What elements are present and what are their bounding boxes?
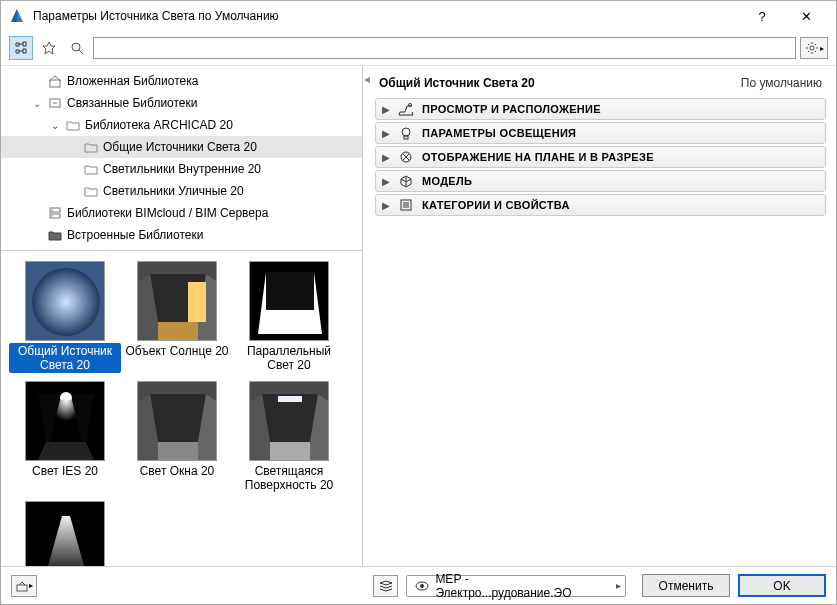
selected-object-title: Общий Источник Света 20 (379, 76, 741, 90)
tree-item[interactable]: Библиотеки BIMcloud / BIM Сервера (1, 202, 362, 224)
tree-view-button[interactable] (9, 36, 33, 60)
search-button[interactable] (65, 36, 89, 60)
thumbnail-gallery: Общий Источник Света 20 Объект Солнце 20… (1, 251, 362, 566)
triangle-icon: ▶ (382, 104, 390, 115)
svg-point-44 (402, 128, 410, 136)
thumbnail-label: Объект Солнце 20 (122, 343, 233, 371)
default-label: По умолчанию (741, 76, 822, 90)
accordion-label: МОДЕЛЬ (422, 175, 472, 187)
tree-item[interactable]: ⌄ Библиотека ARCHICAD 20 (1, 114, 362, 136)
svg-point-55 (420, 584, 424, 588)
cancel-button[interactable]: Отменить (642, 574, 730, 597)
library-tree: Вложенная Библиотека ⌄ Связанные Библиот… (1, 66, 362, 251)
svg-marker-2 (43, 42, 55, 54)
thumbnail-label: Свет Окна 20 (136, 463, 219, 491)
folder-dark-icon (47, 227, 63, 243)
triangle-icon: ▶ (382, 152, 390, 163)
tree-item[interactable]: Вложенная Библиотека (1, 70, 362, 92)
window-title: Параметры Источника Света по Умолчанию (33, 9, 740, 23)
thumbnail-label: Свет IES 20 (28, 463, 102, 491)
triangle-icon: ▶ (382, 200, 390, 211)
footer: ▸ МЕР - Электро...рудование.ЭО Отменить … (1, 566, 836, 604)
svg-line-4 (79, 50, 83, 54)
svg-point-10 (51, 209, 53, 211)
accordion-section[interactable]: ▶ ПРОСМОТР И РАСПОЛОЖЕНИЕ (375, 98, 826, 120)
thumbnail-item[interactable]: Объект Солнце 20 (121, 261, 233, 373)
home-icon (47, 73, 63, 89)
svg-point-43 (409, 104, 412, 107)
tree-item-label: Библиотека ARCHICAD 20 (85, 118, 233, 132)
preview-icon (398, 101, 414, 117)
tree-item-label: Светильники Внутренние 20 (103, 162, 261, 176)
svg-point-5 (810, 46, 814, 50)
svg-marker-33 (158, 442, 198, 461)
svg-point-13 (32, 268, 100, 336)
toolbar: ▸ (1, 31, 836, 66)
layer-icon-button[interactable] (373, 575, 399, 597)
accordion-section[interactable]: ▶ ОТОБРАЖЕНИЕ НА ПЛАНЕ И В РАЗРЕЗЕ (375, 146, 826, 168)
triangle-icon: ▶ (382, 176, 390, 187)
thumbnail-image (249, 381, 329, 461)
svg-rect-45 (404, 136, 408, 139)
search-input[interactable] (93, 37, 796, 59)
thumbnail-image (137, 381, 217, 461)
link-icon (47, 95, 63, 111)
thumbnail-item[interactable]: Светящаяся Поверхность 20 (233, 381, 345, 493)
thumbnail-item[interactable]: Общий Источник Света 20 (9, 261, 121, 373)
library-manager-button[interactable]: ▸ (11, 575, 37, 597)
thumbnail-item[interactable]: Параллельный Свет 20 (233, 261, 345, 373)
svg-rect-19 (188, 282, 206, 322)
accordion-section[interactable]: ▶ КАТЕГОРИИ И СВОЙСТВА (375, 194, 826, 216)
tree-item[interactable]: Светильники Уличные 20 (1, 180, 362, 202)
list-icon (398, 197, 414, 213)
thumbnail-item[interactable]: Точечный Источник Света 20 (9, 501, 121, 566)
model-icon (398, 173, 414, 189)
chevron-icon: ⌄ (31, 98, 43, 109)
accordion-label: ПАРАМЕТРЫ ОСВЕЩЕНИЯ (422, 127, 576, 139)
thumbnail-label: Параллельный Свет 20 (233, 343, 345, 373)
bulb-icon (398, 125, 414, 141)
svg-marker-1 (11, 9, 17, 22)
settings-accordion: ▶ ПРОСМОТР И РАСПОЛОЖЕНИЕ▶ ПАРАМЕТРЫ ОСВ… (375, 98, 826, 216)
ok-button[interactable]: OK (738, 574, 826, 597)
tree-item-label: Встроенные Библиотеки (67, 228, 203, 242)
folder-icon (65, 117, 81, 133)
svg-rect-53 (17, 585, 27, 591)
svg-rect-6 (50, 80, 60, 87)
thumbnail-image (249, 261, 329, 341)
panel-divider[interactable]: ◂ (363, 66, 371, 566)
thumbnail-image (25, 501, 105, 566)
tree-item[interactable]: Общие Источники Света 20 (1, 136, 362, 158)
tree-item[interactable]: Встроенные Библиотеки (1, 224, 362, 246)
accordion-section[interactable]: ▶ МОДЕЛЬ (375, 170, 826, 192)
thumbnail-item[interactable]: Свет IES 20 (9, 381, 121, 493)
folder-icon (83, 161, 99, 177)
svg-marker-40 (270, 442, 310, 461)
tree-item[interactable]: ⌄ Связанные Библиотеки (1, 92, 362, 114)
svg-marker-30 (150, 394, 206, 442)
triangle-icon: ▶ (382, 128, 390, 139)
favorites-button[interactable] (37, 36, 61, 60)
tree-item[interactable]: Светильники Внутренние 20 (1, 158, 362, 180)
layer-label: МЕР - Электро...рудование.ЭО (435, 572, 607, 600)
svg-point-11 (51, 215, 53, 217)
thumbnail-item[interactable]: Свет Окна 20 (121, 381, 233, 493)
settings-button[interactable]: ▸ (800, 37, 828, 59)
tree-item-label: Библиотеки BIMcloud / BIM Сервера (67, 206, 268, 220)
svg-marker-26 (38, 442, 94, 460)
right-panel: Общий Источник Света 20 По умолчанию ▶ П… (371, 66, 836, 566)
svg-marker-20 (158, 322, 198, 341)
thumbnail-image (137, 261, 217, 341)
eye-icon (415, 581, 429, 591)
tree-item-label: Вложенная Библиотека (67, 74, 198, 88)
plan-icon (398, 149, 414, 165)
titlebar: Параметры Источника Света по Умолчанию ?… (1, 1, 836, 31)
accordion-label: ПРОСМОТР И РАСПОЛОЖЕНИЕ (422, 103, 601, 115)
accordion-label: КАТЕГОРИИ И СВОЙСТВА (422, 199, 570, 211)
accordion-section[interactable]: ▶ ПАРАМЕТРЫ ОСВЕЩЕНИЯ (375, 122, 826, 144)
svg-point-3 (72, 43, 80, 51)
layer-selector[interactable]: МЕР - Электро...рудование.ЭО (406, 575, 626, 597)
close-button[interactable]: ✕ (784, 1, 828, 31)
help-button[interactable]: ? (740, 1, 784, 31)
tree-item-label: Общие Источники Света 20 (103, 140, 257, 154)
